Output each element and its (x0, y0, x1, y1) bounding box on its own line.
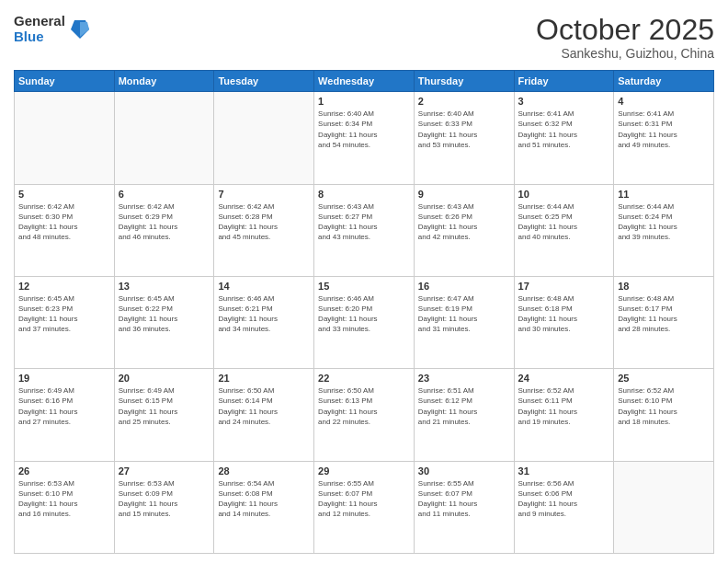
day-number: 1 (318, 96, 410, 107)
day-number: 20 (119, 373, 210, 384)
week-row-5: 26Sunrise: 6:53 AMSunset: 6:10 PMDayligh… (15, 461, 714, 553)
day-cell: 27Sunrise: 6:53 AMSunset: 6:09 PMDayligh… (114, 461, 214, 553)
day-info: Sunrise: 6:52 AMSunset: 6:11 PMDaylight:… (518, 385, 610, 427)
day-number: 17 (518, 281, 610, 292)
day-info: Sunrise: 6:44 AMSunset: 6:25 PMDaylight:… (518, 201, 610, 243)
month-title: October 2025 (536, 14, 714, 46)
day-number: 6 (119, 189, 210, 200)
day-info: Sunrise: 6:53 AMSunset: 6:10 PMDaylight:… (18, 478, 110, 520)
weekday-header-monday: Monday (114, 71, 214, 92)
day-number: 12 (18, 281, 110, 292)
day-cell: 28Sunrise: 6:54 AMSunset: 6:08 PMDayligh… (214, 461, 314, 553)
day-info: Sunrise: 6:48 AMSunset: 6:17 PMDaylight:… (618, 293, 710, 335)
day-number: 29 (318, 465, 410, 477)
day-cell: 30Sunrise: 6:55 AMSunset: 6:07 PMDayligh… (414, 461, 514, 553)
day-number: 10 (518, 189, 610, 200)
logo-icon (71, 18, 89, 40)
day-info: Sunrise: 6:51 AMSunset: 6:12 PMDaylight:… (418, 385, 510, 427)
day-info: Sunrise: 6:54 AMSunset: 6:08 PMDaylight:… (218, 478, 310, 520)
day-info: Sunrise: 6:50 AMSunset: 6:14 PMDaylight:… (218, 385, 310, 427)
day-cell: 25Sunrise: 6:52 AMSunset: 6:10 PMDayligh… (614, 369, 714, 461)
logo: General Blue (14, 14, 89, 44)
day-cell: 20Sunrise: 6:49 AMSunset: 6:15 PMDayligh… (114, 369, 214, 461)
day-info: Sunrise: 6:50 AMSunset: 6:13 PMDaylight:… (318, 385, 410, 427)
day-number: 9 (418, 189, 510, 200)
day-number: 11 (618, 189, 710, 200)
day-info: Sunrise: 6:40 AMSunset: 6:34 PMDaylight:… (318, 109, 410, 150)
day-number: 5 (18, 189, 110, 200)
week-row-4: 19Sunrise: 6:49 AMSunset: 6:16 PMDayligh… (15, 369, 714, 461)
day-number: 23 (418, 373, 510, 384)
page: General Blue October 2025 Sankeshu, Guiz… (0, 0, 728, 563)
day-cell: 21Sunrise: 6:50 AMSunset: 6:14 PMDayligh… (214, 369, 314, 461)
day-info: Sunrise: 6:41 AMSunset: 6:32 PMDaylight:… (518, 109, 610, 150)
day-info: Sunrise: 6:43 AMSunset: 6:27 PMDaylight:… (318, 201, 410, 243)
day-number: 18 (618, 281, 710, 292)
calendar-table: SundayMondayTuesdayWednesdayThursdayFrid… (14, 70, 714, 554)
day-cell: 9Sunrise: 6:43 AMSunset: 6:26 PMDaylight… (414, 184, 514, 276)
day-number: 26 (18, 465, 110, 477)
day-info: Sunrise: 6:45 AMSunset: 6:22 PMDaylight:… (119, 293, 210, 335)
day-number: 15 (318, 281, 410, 292)
day-cell: 23Sunrise: 6:51 AMSunset: 6:12 PMDayligh… (414, 369, 514, 461)
day-cell: 3Sunrise: 6:41 AMSunset: 6:32 PMDaylight… (514, 92, 614, 184)
day-info: Sunrise: 6:49 AMSunset: 6:15 PMDaylight:… (119, 385, 210, 427)
day-cell: 10Sunrise: 6:44 AMSunset: 6:25 PMDayligh… (514, 184, 614, 276)
day-info: Sunrise: 6:40 AMSunset: 6:33 PMDaylight:… (418, 109, 510, 150)
day-info: Sunrise: 6:47 AMSunset: 6:19 PMDaylight:… (418, 293, 510, 335)
day-cell (15, 92, 115, 184)
day-number: 14 (218, 281, 310, 292)
day-number: 27 (119, 465, 210, 477)
day-info: Sunrise: 6:55 AMSunset: 6:07 PMDaylight:… (418, 478, 510, 520)
day-info: Sunrise: 6:48 AMSunset: 6:18 PMDaylight:… (518, 293, 610, 335)
day-number: 21 (218, 373, 310, 384)
day-info: Sunrise: 6:45 AMSunset: 6:23 PMDaylight:… (18, 293, 110, 335)
day-number: 7 (218, 189, 310, 200)
header: General Blue October 2025 Sankeshu, Guiz… (14, 14, 714, 61)
day-cell: 22Sunrise: 6:50 AMSunset: 6:13 PMDayligh… (314, 369, 415, 461)
day-info: Sunrise: 6:46 AMSunset: 6:21 PMDaylight:… (218, 293, 310, 335)
weekday-header-sunday: Sunday (15, 71, 115, 92)
logo-blue: Blue (14, 29, 65, 45)
day-cell (614, 461, 714, 553)
day-number: 8 (318, 189, 410, 200)
svg-marker-1 (80, 22, 89, 37)
day-number: 22 (318, 373, 410, 384)
day-number: 13 (119, 281, 210, 292)
day-cell: 14Sunrise: 6:46 AMSunset: 6:21 PMDayligh… (214, 276, 314, 368)
day-info: Sunrise: 6:52 AMSunset: 6:10 PMDaylight:… (618, 385, 710, 427)
day-number: 19 (18, 373, 110, 384)
day-cell: 7Sunrise: 6:42 AMSunset: 6:28 PMDaylight… (214, 184, 314, 276)
day-cell: 6Sunrise: 6:42 AMSunset: 6:29 PMDaylight… (114, 184, 214, 276)
day-number: 28 (218, 465, 310, 477)
day-cell: 19Sunrise: 6:49 AMSunset: 6:16 PMDayligh… (15, 369, 115, 461)
day-number: 2 (418, 96, 510, 107)
week-row-2: 5Sunrise: 6:42 AMSunset: 6:30 PMDaylight… (15, 184, 714, 276)
day-number: 3 (518, 96, 610, 107)
weekday-header-friday: Friday (514, 71, 614, 92)
weekday-header-saturday: Saturday (614, 71, 714, 92)
day-cell: 24Sunrise: 6:52 AMSunset: 6:11 PMDayligh… (514, 369, 614, 461)
weekday-header-tuesday: Tuesday (214, 71, 314, 92)
weekday-header-row: SundayMondayTuesdayWednesdayThursdayFrid… (15, 71, 714, 92)
title-block: October 2025 Sankeshu, Guizhou, China (536, 14, 714, 61)
day-info: Sunrise: 6:55 AMSunset: 6:07 PMDaylight:… (318, 478, 410, 520)
day-cell (214, 92, 314, 184)
day-info: Sunrise: 6:42 AMSunset: 6:30 PMDaylight:… (18, 201, 110, 243)
day-info: Sunrise: 6:53 AMSunset: 6:09 PMDaylight:… (119, 478, 210, 520)
day-cell: 17Sunrise: 6:48 AMSunset: 6:18 PMDayligh… (514, 276, 614, 368)
logo-general: General (14, 14, 65, 29)
weekday-header-wednesday: Wednesday (314, 71, 415, 92)
day-number: 30 (418, 465, 510, 477)
day-cell: 4Sunrise: 6:41 AMSunset: 6:31 PMDaylight… (614, 92, 714, 184)
day-cell: 12Sunrise: 6:45 AMSunset: 6:23 PMDayligh… (15, 276, 115, 368)
day-number: 16 (418, 281, 510, 292)
day-cell (114, 92, 214, 184)
day-number: 25 (618, 373, 710, 384)
day-number: 24 (518, 373, 610, 384)
day-number: 4 (618, 96, 710, 107)
day-cell: 2Sunrise: 6:40 AMSunset: 6:33 PMDaylight… (414, 92, 514, 184)
week-row-1: 1Sunrise: 6:40 AMSunset: 6:34 PMDaylight… (15, 92, 714, 184)
day-number: 31 (518, 465, 610, 477)
day-cell: 15Sunrise: 6:46 AMSunset: 6:20 PMDayligh… (314, 276, 415, 368)
